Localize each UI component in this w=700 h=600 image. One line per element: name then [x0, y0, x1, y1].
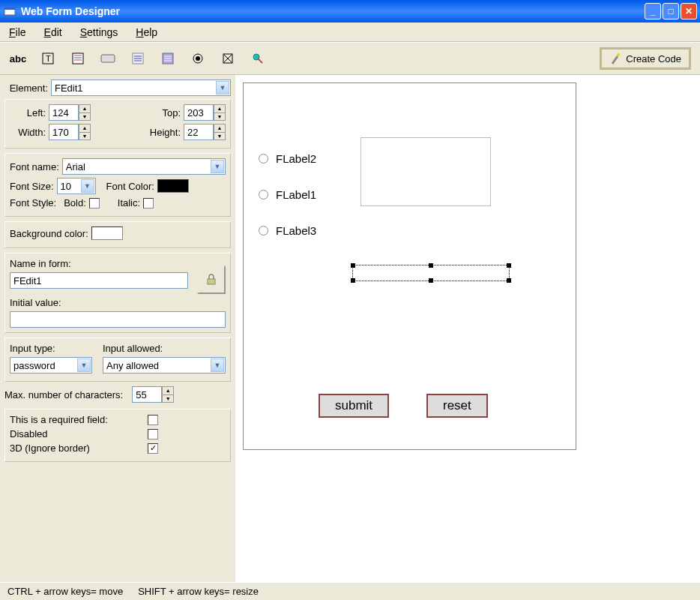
font-color-swatch[interactable]: [157, 179, 189, 193]
width-label: Width:: [10, 127, 46, 138]
canvas-area: FLabel2 FLabel1 FLabel3 submit reset: [235, 75, 700, 582]
tool-button-icon[interactable]: [99, 50, 117, 68]
name-in-form-input[interactable]: [10, 272, 188, 289]
tool-textarea-icon[interactable]: [69, 50, 87, 68]
lock-button[interactable]: [197, 266, 226, 294]
svg-rect-24: [208, 279, 215, 284]
status-move-hint: CTRL + arrow keys= move: [7, 586, 123, 597]
menu-edit[interactable]: Edit: [44, 26, 62, 38]
top-spinner[interactable]: ▲▼: [184, 104, 226, 121]
italic-label: Italic:: [118, 197, 140, 208]
menubar: File Edit Settings Help: [0, 22, 700, 42]
font-size-label: Font Size:: [10, 181, 54, 192]
disabled-checkbox[interactable]: [148, 429, 158, 440]
disabled-label: Disabled: [10, 428, 145, 440]
element-combo[interactable]: FEdit1 ▼: [51, 80, 231, 96]
chevron-down-icon: ▼: [211, 358, 224, 372]
font-size-combo[interactable]: 10 ▼: [57, 178, 96, 194]
toolbar: abc T Create Code: [0, 42, 700, 75]
resize-handle[interactable]: [507, 263, 511, 268]
radio-icon: [259, 226, 268, 236]
input-type-label: Input type:: [10, 343, 100, 354]
initial-value-input[interactable]: [10, 311, 226, 328]
wizard-icon: [609, 52, 621, 64]
statusbar: CTRL + arrow keys= move SHIFT + arrow ke…: [0, 582, 700, 600]
italic-checkbox[interactable]: [143, 198, 154, 208]
initial-value-label: Initial value:: [10, 297, 226, 308]
chevron-down-icon: ▼: [81, 179, 94, 193]
app-icon: [3, 4, 16, 18]
lock-icon: [205, 274, 217, 286]
max-chars-label: Max. number of characters:: [4, 389, 123, 400]
svg-rect-1: [4, 8, 15, 10]
canvas-reset-button[interactable]: reset: [426, 394, 488, 418]
resize-handle[interactable]: [429, 278, 433, 283]
canvas-radio-flabel1[interactable]: FLabel1: [259, 188, 316, 201]
chevron-down-icon: ▼: [216, 81, 229, 94]
name-in-form-label: Name in form:: [10, 258, 188, 269]
input-type-combo[interactable]: password ▼: [10, 357, 92, 374]
tool-text-icon[interactable]: T: [39, 50, 57, 68]
ignore3d-label: 3D (Ignore border): [10, 442, 145, 454]
svg-point-18: [196, 56, 200, 61]
height-spinner[interactable]: ▲▼: [184, 124, 226, 140]
tool-label-icon[interactable]: abc: [9, 50, 27, 68]
font-name-label: Font name:: [10, 161, 59, 172]
resize-handle[interactable]: [351, 278, 355, 283]
canvas-textarea[interactable]: [360, 137, 491, 206]
bold-label: Bold:: [64, 197, 86, 208]
bg-color-swatch[interactable]: [91, 226, 123, 240]
svg-rect-8: [101, 55, 115, 62]
bold-checkbox[interactable]: [89, 198, 100, 208]
svg-point-23: [617, 53, 620, 56]
max-chars-spinner[interactable]: ▲▼: [132, 386, 174, 403]
svg-text:T: T: [46, 54, 51, 63]
close-button[interactable]: ✕: [681, 3, 697, 20]
left-label: Left:: [10, 107, 46, 118]
canvas-selected-edit[interactable]: [352, 265, 510, 281]
element-label: Element:: [4, 82, 48, 94]
create-code-button[interactable]: Create Code: [600, 47, 691, 70]
menu-help[interactable]: Help: [136, 26, 157, 38]
radio-icon: [259, 154, 268, 164]
font-color-label: Font Color:: [106, 181, 154, 192]
window-title: Web Form Designer: [21, 5, 643, 17]
tool-checkbox-icon[interactable]: [219, 50, 237, 68]
resize-handle[interactable]: [351, 263, 355, 268]
width-spinner[interactable]: ▲▼: [49, 124, 91, 140]
canvas-radio-flabel2[interactable]: FLabel2: [259, 152, 316, 165]
tool-radio-icon[interactable]: [189, 50, 207, 68]
required-label: This is a required field:: [10, 414, 145, 425]
top-label: Top:: [130, 107, 181, 118]
minimize-button[interactable]: _: [645, 3, 661, 20]
left-spinner[interactable]: ▲▼: [49, 104, 91, 121]
chevron-down-icon: ▼: [77, 358, 91, 372]
menu-settings[interactable]: Settings: [80, 26, 118, 38]
input-allowed-combo[interactable]: Any allowed ▼: [103, 357, 226, 374]
tool-combobox-icon[interactable]: [129, 50, 147, 68]
input-allowed-label: Input allowed:: [103, 343, 226, 354]
canvas-submit-button[interactable]: submit: [319, 394, 389, 418]
tool-pointer-icon[interactable]: [249, 50, 267, 68]
create-code-label: Create Code: [626, 53, 681, 64]
bg-color-label: Background color:: [10, 228, 88, 239]
ignore3d-checkbox[interactable]: ✓: [148, 443, 158, 454]
chevron-down-icon: ▼: [211, 160, 224, 173]
canvas-radio-flabel3[interactable]: FLabel3: [259, 224, 316, 237]
font-style-label: Font Style:: [10, 197, 56, 208]
tool-listbox-icon[interactable]: [159, 50, 177, 68]
window-titlebar: Web Form Designer _ □ ✕: [0, 0, 700, 22]
maximize-button[interactable]: □: [663, 3, 679, 20]
form-canvas[interactable]: FLabel2 FLabel1 FLabel3 submit reset: [243, 82, 576, 450]
resize-handle[interactable]: [429, 263, 433, 268]
status-resize-hint: SHIFT + arrow keys= resize: [138, 586, 259, 597]
resize-handle[interactable]: [507, 278, 511, 283]
height-label: Height:: [130, 127, 181, 138]
svg-rect-4: [73, 53, 83, 64]
radio-icon: [259, 190, 268, 200]
font-name-combo[interactable]: Arial ▼: [62, 158, 226, 175]
properties-panel: Element: FEdit1 ▼ Left: ▲▼ Top: ▲▼ Width…: [0, 75, 235, 582]
menu-file[interactable]: File: [9, 26, 26, 38]
required-checkbox[interactable]: [148, 415, 158, 425]
